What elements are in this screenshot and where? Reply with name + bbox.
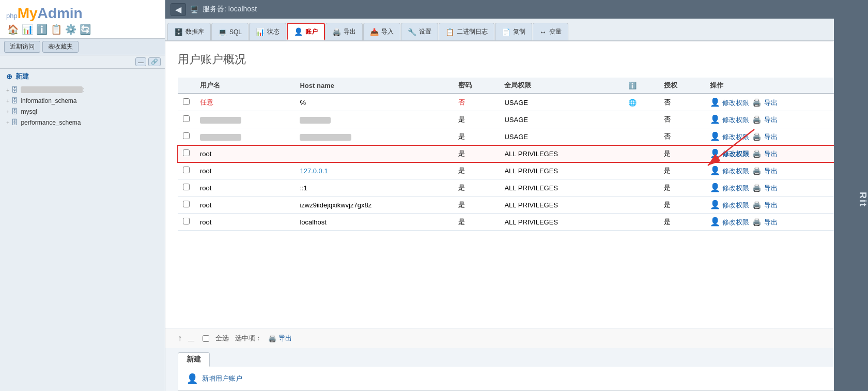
tab-sql[interactable]: 💻 SQL <box>211 23 249 40</box>
export-link[interactable]: 导出 <box>764 167 778 175</box>
logo-my: My <box>18 5 38 21</box>
tab-export[interactable]: 🖨️ 导出 <box>326 23 363 40</box>
tab-variables[interactable]: ↔️ 变量 <box>533 23 568 40</box>
export-icon-btn[interactable]: 🖨️ <box>751 182 762 193</box>
tab-sql-label: SQL <box>229 28 242 36</box>
export-link[interactable]: 导出 <box>764 99 778 107</box>
home-icon[interactable]: 🏠 <box>7 24 19 35</box>
select-all-checkbox[interactable] <box>203 335 209 342</box>
collapse-btn[interactable]: — <box>135 57 146 66</box>
tab-status[interactable]: 📊 状态 <box>249 23 286 40</box>
privileges: USAGE <box>499 111 623 128</box>
tab-replicate[interactable]: 📄 复制 <box>495 23 532 40</box>
link-btn[interactable]: 🔗 <box>148 57 161 66</box>
col-grant: 授权 <box>659 78 705 94</box>
export-icon-btn[interactable]: 🖨️ <box>751 199 762 210</box>
selected-items-label: 选中项： <box>235 334 262 343</box>
db-mysql[interactable]: + 🗄 mysql <box>0 106 165 117</box>
username-blurred <box>200 134 241 141</box>
server-bar: ◀ 🖥️ 服务器: localhost <box>165 0 868 19</box>
row-checkbox[interactable] <box>183 167 190 173</box>
export-icon-btn[interactable]: 🖨️ <box>751 97 762 108</box>
edit-privileges-link[interactable]: 修改权限 <box>722 201 749 209</box>
export-icon-btn[interactable]: 🖨️ <box>751 131 762 142</box>
edit-privileges-link[interactable]: 修改权限 <box>722 133 749 141</box>
row-info-icon[interactable]: 🌐 <box>628 99 637 107</box>
page-title: 用户账户概况 <box>178 52 856 67</box>
export-icon-btn[interactable]: 🖨️ <box>751 216 762 228</box>
export-link[interactable]: 导出 <box>764 218 778 226</box>
export-link[interactable]: 导出 <box>764 133 778 141</box>
export-selected-btn[interactable]: 🖨️ 导出 <box>268 334 292 343</box>
tab-bar: 🗄️ 数据库 💻 SQL 📊 状态 👤 账户 🖨️ 导出 📥 导入 🔧 设置 <box>165 19 868 41</box>
import-tab-icon: 📥 <box>370 28 379 36</box>
edit-privileges-link[interactable]: 修改权限 <box>722 167 749 175</box>
chart-icon[interactable]: 📊 <box>22 24 33 35</box>
gear-icon[interactable]: ⚙️ <box>65 24 76 35</box>
row-checkbox[interactable] <box>183 218 190 224</box>
export-icon-btn[interactable]: 🖨️ <box>751 114 762 125</box>
edit-privileges-link[interactable]: 修改权限 <box>722 150 749 158</box>
db-blurred-1[interactable]: + 🗄 : <box>0 84 165 95</box>
export-link[interactable]: 导出 <box>764 116 778 124</box>
edit-user-icon: 👤 <box>710 149 720 158</box>
new-database-btn[interactable]: 新建 <box>0 69 165 84</box>
info-icon[interactable]: ℹ️ <box>628 82 637 89</box>
tab-binary-log[interactable]: 📋 二进制日志 <box>439 23 494 40</box>
export-icon-btn[interactable]: 🖨️ <box>751 148 762 159</box>
privileges: USAGE <box>499 128 623 145</box>
tab-accounts[interactable]: 👤 账户 <box>287 23 325 40</box>
tab-database[interactable]: 🗄️ 数据库 <box>167 23 211 40</box>
col-privileges: 全局权限 <box>499 78 623 94</box>
edit-privileges-link[interactable]: 修改权限 <box>722 218 749 226</box>
tab-export-label: 导出 <box>344 27 356 36</box>
table-row: root 127.0.0.1 是 ALL PRIVILEGES 是 👤 修改权限… <box>178 162 856 179</box>
grant-status: 否 <box>659 128 705 145</box>
row-checkbox[interactable] <box>183 184 190 190</box>
tab-settings[interactable]: 🔧 设置 <box>401 23 438 40</box>
export-link[interactable]: 导出 <box>764 184 778 192</box>
export-icon-btn[interactable]: 🖨️ <box>751 165 762 176</box>
edit-privileges-link[interactable]: 修改权限 <box>722 99 749 107</box>
row-checkbox[interactable] <box>183 201 190 207</box>
edit-user-icon: 👤 <box>710 217 720 226</box>
sidebar-controls: — 🔗 <box>0 55 165 69</box>
user-accounts-table: 用户名 Host name 密码 全局权限 ℹ️ 授权 操作 任意 % 否 US… <box>178 78 856 231</box>
password-status: 是 <box>453 128 499 145</box>
row-checkbox[interactable] <box>183 98 190 105</box>
bookmarks-btn[interactable]: 表收藏夹 <box>42 41 79 53</box>
edit-privileges-link[interactable]: 修改权限 <box>722 184 749 192</box>
col-password: 密码 <box>453 78 499 94</box>
row-checkbox[interactable] <box>183 149 190 156</box>
edit-privileges-link[interactable]: 修改权限 <box>722 116 749 124</box>
info-icon[interactable]: ℹ️ <box>36 24 48 35</box>
refresh-icon[interactable]: 🔄 <box>80 24 91 35</box>
db-icon: 🗄 <box>11 108 18 115</box>
back-button[interactable]: ◀ <box>171 3 186 16</box>
db-performance-schema[interactable]: + 🗄 performance_schema <box>0 117 165 128</box>
username: root <box>195 162 295 179</box>
tab-variables-label: 变量 <box>549 27 562 36</box>
col-info: ℹ️ <box>623 78 659 94</box>
select-all-label: 全选 <box>215 334 229 343</box>
add-user-link[interactable]: 新增用户账户 <box>202 374 242 383</box>
row-checkbox[interactable] <box>183 115 190 122</box>
row-checkbox[interactable] <box>183 132 190 139</box>
recent-visits-btn[interactable]: 近期访问 <box>4 41 40 53</box>
sidebar-nav: 近期访问 表收藏夹 <box>0 39 165 55</box>
db-name: mysql <box>21 108 37 115</box>
db-information-schema[interactable]: + 🗄 information_schema <box>0 95 165 106</box>
password-status: 是 <box>453 197 499 214</box>
export-link[interactable]: 导出 <box>764 150 778 158</box>
new-section-tab[interactable]: 新建 <box>178 352 210 367</box>
bottom-bar: ↑ __ 全选 选中项： 🖨️ 导出 <box>165 328 868 348</box>
scroll-up-icon[interactable]: ↑ <box>178 334 182 343</box>
hostname[interactable]: 127.0.0.1 <box>300 167 328 175</box>
tab-status-label: 状态 <box>267 27 280 36</box>
expand-icon: + <box>6 98 9 104</box>
tab-import[interactable]: 📥 导入 <box>363 23 400 40</box>
export-link[interactable]: 导出 <box>764 201 778 209</box>
doc-icon[interactable]: 📋 <box>51 24 62 35</box>
table-row: 任意 % 否 USAGE 🌐 否 👤 修改权限 🖨️ 导出 <box>178 94 856 111</box>
table-row: root ::1 是 ALL PRIVILEGES 是 👤 修改权限 🖨️ 导出 <box>178 179 856 197</box>
